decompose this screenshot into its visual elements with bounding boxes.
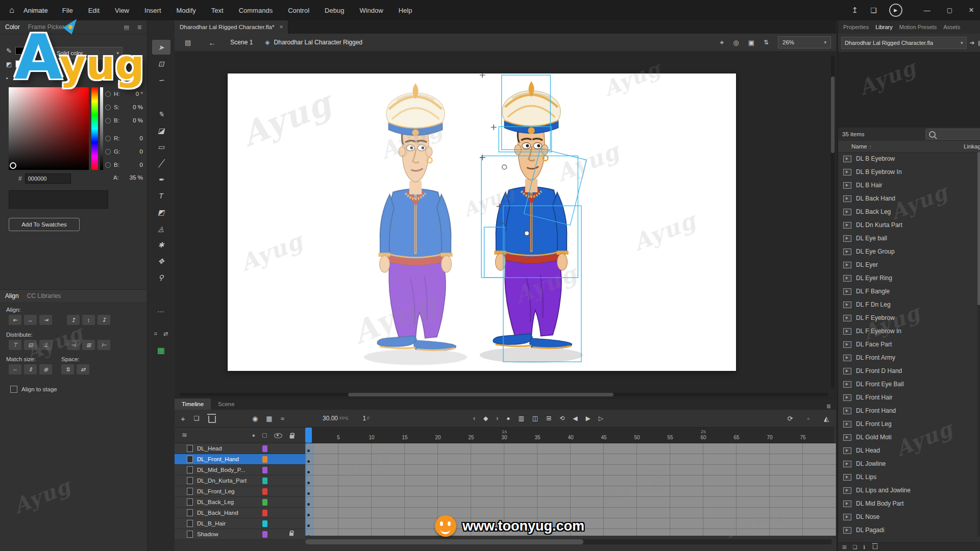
stage[interactable] xyxy=(228,73,736,371)
eraser-tool[interactable]: ◪ xyxy=(152,123,170,138)
center-stage-icon[interactable]: ⌖ xyxy=(720,38,724,47)
align-vertical-center[interactable]: ↕ xyxy=(82,315,95,325)
library-item[interactable]: DL Front Hair xyxy=(838,391,980,404)
edit-multiple-frames-button[interactable]: ⊞ xyxy=(546,415,551,422)
channel-value[interactable]: 0 xyxy=(140,148,143,155)
close-button[interactable]: × xyxy=(969,5,974,15)
library-item[interactable]: DL Lips xyxy=(838,470,980,484)
layer-outline-swatch[interactable] xyxy=(262,520,267,527)
timeline-layer[interactable]: DL_Front_Hand xyxy=(175,454,305,465)
text-tool[interactable]: T xyxy=(152,188,170,203)
test-movie-button[interactable]: ▶ xyxy=(889,4,902,17)
panel-tab[interactable]: Properties xyxy=(843,24,869,30)
maximize-button[interactable]: ▢ xyxy=(947,7,952,14)
loop-range-button[interactable]: ⟳ xyxy=(787,415,793,422)
clip-content-icon[interactable]: ▣ xyxy=(748,39,754,46)
sort-ascending-icon[interactable]: ↑ xyxy=(869,144,872,149)
timeline-layer[interactable]: Shadow xyxy=(175,529,305,540)
library-item[interactable]: DL Front Eye Ball xyxy=(838,378,980,391)
zoom-select[interactable]: 26% ▾ xyxy=(778,36,831,48)
library-item[interactable]: DL Lips and Jowline xyxy=(838,484,980,497)
layer-name[interactable]: DL_Back_Leg xyxy=(197,499,234,505)
next-frame-button[interactable]: ▷ xyxy=(599,415,603,422)
layer-frames-row[interactable] xyxy=(305,497,836,508)
library-item[interactable]: DL Front Leg xyxy=(838,417,980,431)
library-item[interactable]: DL Face Part xyxy=(838,338,980,351)
layer-name[interactable]: DL_B_Hair xyxy=(197,520,226,527)
layer-outline-swatch[interactable] xyxy=(262,467,267,473)
bone-tool[interactable]: ✱ xyxy=(152,237,170,252)
menu-item[interactable]: Text xyxy=(211,7,224,14)
eyedropper-tool[interactable]: ◬ xyxy=(152,221,170,236)
library-scrollbar[interactable] xyxy=(977,152,980,537)
add-to-swatches-button[interactable]: Add To Swatches xyxy=(9,218,80,231)
align-horizontal-center[interactable]: ↔ xyxy=(24,315,37,325)
scene-breadcrumb[interactable]: Scene 1 xyxy=(230,39,253,46)
library-search-input[interactable] xyxy=(925,129,980,140)
rectangle-tool[interactable]: ▭ xyxy=(152,139,170,154)
new-folder-button[interactable]: ❏ xyxy=(194,415,200,422)
library-item[interactable]: DL Eyer xyxy=(838,258,980,271)
channel-value[interactable]: 0 xyxy=(140,135,143,141)
playhead[interactable] xyxy=(305,428,312,443)
distribute-left[interactable]: ⊣ xyxy=(67,340,80,350)
lasso-tool[interactable]: ∽ xyxy=(152,72,170,87)
alpha-value[interactable]: 35 % xyxy=(130,174,143,181)
menu-item[interactable]: Control xyxy=(288,7,309,14)
lock-column-icon[interactable] xyxy=(290,435,295,439)
align-right-edge[interactable]: ⇥ xyxy=(39,315,52,325)
symbol-breadcrumb[interactable]: Dharodhar Lal Character Rigged xyxy=(274,39,362,46)
step-forward-button[interactable]: › xyxy=(496,415,498,422)
tab-color[interactable]: Color xyxy=(5,23,20,31)
pen-tool[interactable]: ✒ xyxy=(152,172,170,187)
library-item[interactable]: DL Jowline xyxy=(838,457,980,470)
canvas-pasteboard[interactable] xyxy=(175,51,836,398)
tab-frame-picker[interactable]: Frame Picker xyxy=(28,23,64,31)
distribute-right[interactable]: ⊢ xyxy=(97,340,110,350)
no-color-icon[interactable]: ⊘ xyxy=(23,74,28,81)
new-folder-button[interactable]: ❏ xyxy=(852,544,857,550)
channel-value[interactable]: 0 % xyxy=(133,104,143,110)
channel-radio[interactable] xyxy=(105,136,111,141)
library-item[interactable]: DL Eyer Ring xyxy=(838,271,980,285)
advanced-layers-button[interactable]: ▦ xyxy=(266,415,272,422)
library-item[interactable]: DL Nose xyxy=(838,510,980,523)
distribute-bottom[interactable]: ⊥ xyxy=(39,340,52,350)
share-icon[interactable]: ↥ xyxy=(852,6,859,15)
align-bottom-edge[interactable]: ↧ xyxy=(97,315,110,325)
layer-lock-icon[interactable] xyxy=(289,533,293,536)
graph-editor-button[interactable]: ≈ xyxy=(281,415,284,422)
layer-name[interactable]: DL_Mid_Body_P... xyxy=(197,467,245,473)
channel-radio[interactable] xyxy=(105,91,111,97)
new-library-panel-icon[interactable]: ▤ xyxy=(978,39,980,46)
library-item[interactable]: DL Back Leg xyxy=(838,205,980,218)
canvas-horizontal-scrollbar[interactable] xyxy=(180,393,828,396)
tab-timeline[interactable]: Timeline xyxy=(175,398,211,410)
panel-menu-icon[interactable]: ≣ xyxy=(826,403,836,410)
library-item[interactable]: DL Pagadi xyxy=(838,523,980,537)
layer-frames-row[interactable] xyxy=(305,443,836,454)
align-left-edge[interactable]: ⇤ xyxy=(9,315,21,325)
timeline-layer[interactable]: DL_B_Hair xyxy=(175,518,305,529)
step-back-button[interactable]: ‹ xyxy=(473,415,475,422)
library-item[interactable]: DL B Eyebrow xyxy=(838,152,980,165)
library-item[interactable]: DL Front Army xyxy=(838,351,980,364)
tab-scene[interactable]: Scene xyxy=(211,398,242,410)
timeline-ruler[interactable]: 1s2s 51015202530354045505560657075 xyxy=(305,428,834,443)
align-to-stage-checkbox[interactable] xyxy=(10,386,17,393)
layer-name[interactable]: Shadow xyxy=(197,531,218,537)
library-item[interactable]: DL Mid Body Part xyxy=(838,497,980,510)
space-horizontal[interactable]: ⇄ xyxy=(77,364,89,374)
menu-item[interactable]: Commands xyxy=(239,7,273,14)
workspace-icon[interactable]: ❏ xyxy=(870,6,877,14)
layer-outline-swatch[interactable] xyxy=(262,478,267,484)
panel-list-icon[interactable]: ▤ xyxy=(124,24,129,31)
match-width[interactable]: ⇔ xyxy=(9,364,21,374)
back-icon[interactable]: ← xyxy=(208,38,216,47)
timeline-layer[interactable]: DL_Mid_Body_P... xyxy=(175,465,305,475)
layer-outline-swatch[interactable] xyxy=(262,445,267,452)
layer-name[interactable]: DL_Back_Hand xyxy=(197,510,238,516)
library-document-select[interactable]: Dharodhar Lal Rigged Character.fla ▾ xyxy=(841,37,967,49)
layer-outline-swatch[interactable] xyxy=(262,531,267,538)
stroke-color-swatch[interactable] xyxy=(15,47,27,55)
